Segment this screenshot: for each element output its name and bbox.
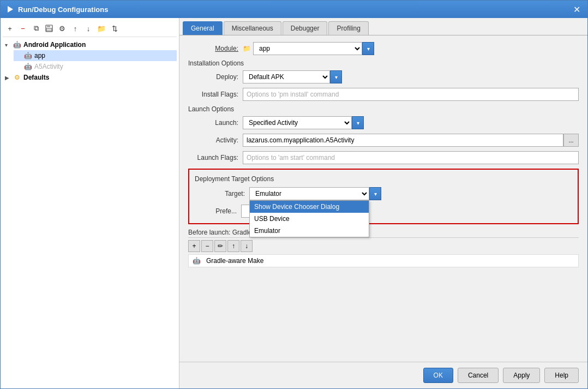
tree-toggle-defaults: ▶ (5, 75, 13, 81)
cancel-button[interactable]: Cancel (458, 368, 499, 383)
install-flags-input[interactable] (243, 88, 579, 101)
defaults-gear-icon: ⚙ (13, 73, 21, 82)
bl-up-btn[interactable]: ↑ (227, 240, 239, 252)
main-panel: General Miscellaneous Debugger Profiling… (179, 18, 587, 388)
bl-down-btn[interactable]: ↓ (241, 240, 253, 252)
svg-rect-2 (47, 25, 50, 27)
module-label: Module: (188, 45, 243, 52)
module-select[interactable]: app (253, 42, 362, 55)
android-app-icon: 🤖 (23, 51, 32, 60)
launch-flags-label: Launch Flags: (188, 154, 243, 161)
title-bar: Run/Debug Configurations ✕ (1, 1, 587, 18)
sidebar-label-app: app (34, 52, 45, 59)
target-dropdown-menu: Show Device Chooser Dialog USB Device Em… (249, 200, 369, 237)
sidebar: + − ⧉ ⚙ ↑ ↓ 📁 ⇅ (1, 18, 179, 388)
deploy-label: Deploy: (188, 73, 243, 81)
android-icon: 🤖 (13, 40, 21, 49)
title-bar-left: Run/Debug Configurations (6, 5, 108, 14)
target-row: Target: Emulator ▾ Show Device Chooser D… (195, 187, 572, 200)
ok-button[interactable]: OK (423, 368, 453, 383)
android-a5-icon: 🤖 (23, 62, 32, 71)
target-label: Target: (195, 190, 249, 198)
tabs-bar: General Miscellaneous Debugger Profiling (179, 18, 587, 35)
content-area: Module: 📁 app ▾ Installation Options Dep… (179, 35, 587, 362)
target-select-box: Emulator ▾ (249, 187, 381, 200)
target-dropdown-btn[interactable]: ▾ (369, 187, 381, 200)
sidebar-toolbar: + − ⧉ ⚙ ↑ ↓ 📁 ⇅ (3, 20, 177, 37)
gear-config-button[interactable]: ⚙ (56, 22, 68, 34)
activity-input[interactable] (243, 134, 563, 147)
tree-children-android: 🤖 app 🤖 A5Activity (3, 50, 177, 72)
help-button[interactable]: Help (544, 368, 579, 383)
dialog-title: Run/Debug Configurations (18, 5, 108, 14)
save-config-button[interactable] (43, 22, 55, 34)
launch-row: Launch: Specified Activity ▾ (188, 116, 579, 129)
folder-config-button[interactable]: 📁 (95, 22, 107, 34)
tab-debugger[interactable]: Debugger (283, 21, 328, 35)
dropdown-item-usb-device[interactable]: USB Device (250, 213, 369, 225)
activity-label: Activity: (188, 136, 243, 144)
up-config-button[interactable]: ↑ (69, 22, 81, 34)
target-dropdown-container: Emulator ▾ Show Device Chooser Dialog US… (249, 187, 381, 200)
launch-flags-input[interactable] (243, 151, 579, 164)
deploy-row: Deploy: Default APK ▾ (188, 70, 579, 83)
launch-dropdown-btn[interactable]: ▾ (352, 116, 364, 129)
installation-options-header: Installation Options (188, 59, 579, 67)
folder-icon: 📁 (97, 25, 106, 33)
dialog-icon (6, 5, 15, 14)
dropdown-item-emulator[interactable]: Emulator (250, 225, 369, 237)
tab-general[interactable]: General (183, 21, 223, 35)
launch-select[interactable]: Specified Activity (243, 116, 352, 129)
close-button[interactable]: ✕ (571, 4, 582, 15)
run-debug-dialog: Run/Debug Configurations ✕ + − ⧉ ⚙ ↑ (0, 0, 588, 389)
svg-marker-0 (8, 6, 13, 13)
module-select-box: 📁 app ▾ (243, 42, 579, 55)
sort-config-button[interactable]: ⇅ (109, 22, 121, 34)
install-flags-label: Install Flags: (188, 91, 243, 98)
before-launch-section: Before launch: Gradle-aware Make + − ✏ ↑… (188, 229, 579, 267)
bl-add-btn[interactable]: + (188, 240, 200, 252)
activity-row: Activity: ... (188, 134, 579, 147)
tree-toggle-android: ▾ (5, 42, 13, 48)
sidebar-label-android-application: Android Application (23, 41, 86, 49)
svg-rect-3 (46, 28, 52, 31)
launch-label: Launch: (188, 119, 243, 127)
dialog-body: + − ⧉ ⚙ ↑ ↓ 📁 ⇅ (1, 18, 587, 388)
module-row: Module: 📁 app ▾ (188, 42, 579, 55)
sidebar-item-a5activity[interactable]: 🤖 A5Activity (14, 61, 177, 72)
gradle-make-label: Gradle-aware Make (206, 257, 263, 265)
sidebar-label-a5activity: A5Activity (34, 63, 63, 70)
bl-edit-btn[interactable]: ✏ (214, 240, 226, 252)
apply-button[interactable]: Apply (503, 368, 540, 383)
prefer-label: Prefe... (195, 207, 241, 215)
dialog-footer: OK Cancel Apply Help (179, 362, 587, 388)
sidebar-item-defaults[interactable]: ▶ ⚙ Defaults (3, 72, 177, 83)
down-config-button[interactable]: ↓ (82, 22, 94, 34)
launch-options-header: Launch Options (188, 105, 579, 113)
folder-module-icon: 📁 (243, 45, 251, 52)
deployment-target-box: Deployment Target Options Target: Emulat… (188, 169, 579, 224)
dropdown-item-show-device-chooser[interactable]: Show Device Chooser Dialog (250, 201, 369, 213)
sidebar-item-app[interactable]: 🤖 app (14, 50, 177, 61)
deployment-target-title: Deployment Target Options (195, 175, 572, 183)
copy-config-button[interactable]: ⧉ (30, 22, 42, 34)
bl-remove-btn[interactable]: − (201, 240, 213, 252)
sidebar-label-defaults: Defaults (23, 74, 49, 81)
tab-profiling[interactable]: Profiling (328, 21, 368, 35)
save-icon (45, 25, 53, 32)
target-select[interactable]: Emulator (249, 187, 369, 200)
module-dropdown-btn[interactable]: ▾ (362, 42, 374, 55)
deploy-select-box: Default APK ▾ (243, 70, 579, 83)
add-config-button[interactable]: + (4, 22, 16, 34)
deploy-select[interactable]: Default APK (243, 70, 330, 83)
launch-select-box: Specified Activity ▾ (243, 116, 579, 129)
remove-config-button[interactable]: − (17, 22, 29, 34)
activity-ellipsis-btn[interactable]: ... (563, 134, 579, 147)
sidebar-item-android-application[interactable]: ▾ 🤖 Android Application (3, 39, 177, 50)
before-launch-header: Before launch: Gradle-aware Make (188, 229, 579, 238)
tab-miscellaneous[interactable]: Miscellaneous (224, 21, 281, 35)
launch-flags-row: Launch Flags: (188, 151, 579, 164)
before-launch-item: 🤖 Gradle-aware Make (188, 254, 579, 267)
before-launch-toolbar: + − ✏ ↑ ↓ (188, 240, 579, 252)
deploy-dropdown-btn[interactable]: ▾ (330, 70, 342, 83)
